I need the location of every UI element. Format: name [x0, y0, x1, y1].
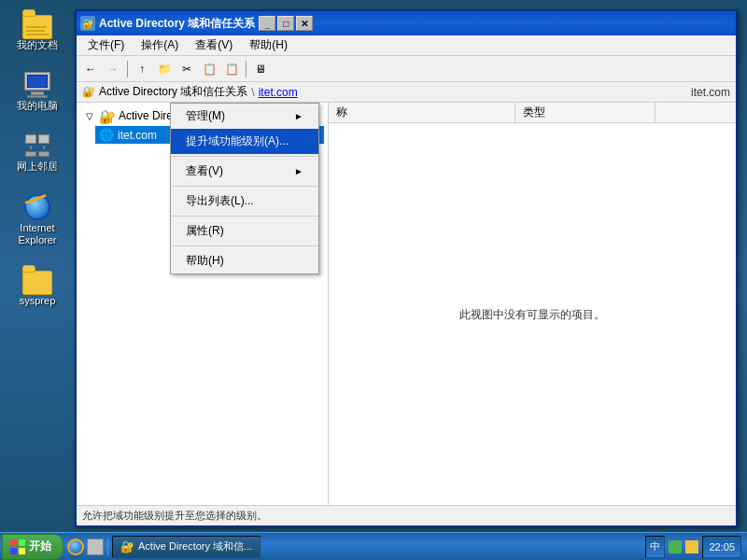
taskbar-active-item[interactable]: 🔐 Active Directory 域和信...	[112, 536, 261, 558]
ql-desktop-button[interactable]	[87, 539, 104, 555]
network-label: 网上邻居	[17, 161, 58, 173]
ctx-sep1	[171, 156, 318, 157]
menu-help[interactable]: 帮助(H)	[242, 35, 295, 55]
close-button[interactable]: ✕	[296, 16, 313, 31]
start-label: 开始	[29, 539, 51, 554]
sysprep-label: sysprep	[20, 295, 56, 307]
copy-btn[interactable]: 📋	[199, 59, 219, 79]
ctx-export[interactable]: 导出列表(L)...	[171, 189, 318, 214]
context-menu: 管理(M) ► 提升域功能级别(A)... 查看(V) ► 导出列表(L)...…	[170, 103, 319, 274]
taskbar: 开始 🔐 Active Directory 域和信... 中 22:05	[0, 532, 747, 560]
col-name: 称	[329, 103, 515, 122]
toolbar-sep1	[127, 61, 128, 77]
ctx-manage-arrow: ►	[294, 111, 303, 121]
status-text: 允许把域功能级别提升至您选择的级别。	[82, 509, 267, 523]
taskbar-item-icon: 🔐	[120, 540, 134, 553]
breadcrumb-separator: \	[251, 86, 254, 99]
right-panel: 称 类型 此视图中没有可显示的项目。	[329, 103, 736, 525]
forward-button[interactable]: →	[103, 59, 123, 79]
taskbar-item-label: Active Directory 域和信...	[138, 539, 252, 553]
breadcrumb-root-icon: 🔐	[82, 86, 95, 98]
start-icon	[10, 539, 25, 554]
breadcrumb-domain: itet.com	[691, 86, 730, 99]
ctx-properties[interactable]: 属性(R)	[171, 218, 318, 244]
status-bar: 允许把域功能级别提升至您选择的级别。	[77, 505, 736, 525]
toolbar: ← → ↑ 📁 ✂ 📋 📋 🖥	[77, 56, 736, 82]
lang-text: 中	[650, 539, 660, 553]
desktop-icons: 我的文档 我的电脑	[7, 9, 67, 307]
delete-btn[interactable]: 🖥	[250, 59, 271, 79]
minimize-button[interactable]: _	[259, 16, 275, 31]
ie-label: InternetExplorer	[19, 222, 57, 246]
menu-file[interactable]: 文件(F)	[80, 35, 132, 55]
up-button[interactable]: ↑	[132, 59, 152, 79]
my-documents-icon[interactable]: 我的文档	[7, 9, 67, 51]
start-button[interactable]: 开始	[2, 534, 63, 560]
ctx-help[interactable]: 帮助(H)	[171, 248, 318, 273]
window-title: Active Directory 域和信任关系	[99, 16, 255, 32]
ie-icon[interactable]: InternetExplorer	[7, 192, 67, 246]
main-window: 🔐 Active Directory 域和信任关系 _ □ ✕ 文件(F) 操作…	[75, 9, 738, 527]
menu-action[interactable]: 操作(A)	[134, 35, 186, 55]
tray-clock[interactable]: 22:05	[702, 536, 741, 558]
ctx-raise-domain[interactable]: 提升域功能级别(A)...	[171, 129, 318, 154]
folder-btn[interactable]: 📁	[154, 59, 175, 79]
ctx-view[interactable]: 查看(V) ►	[171, 159, 318, 184]
breadcrumb: 🔐 Active Directory 域和信任关系 \ itet.com ite…	[77, 82, 736, 103]
ctx-sep2	[171, 186, 318, 187]
tree-expand-root: ▽	[84, 111, 95, 121]
breadcrumb-selected: itet.com	[259, 86, 298, 99]
ctx-manage[interactable]: 管理(M) ►	[171, 104, 318, 129]
tree-domain-icon: 🌐	[99, 128, 114, 142]
tree-domain-label: itet.com	[118, 129, 157, 142]
ctx-sep3	[171, 216, 318, 217]
quick-launch-bar	[67, 539, 108, 555]
move-btn[interactable]: ✂	[176, 59, 197, 79]
right-panel-header: 称 类型	[329, 103, 736, 123]
titlebar: 🔐 Active Directory 域和信任关系 _ □ ✕	[77, 11, 736, 35]
back-button[interactable]: ←	[80, 59, 101, 79]
menu-view[interactable]: 查看(V)	[188, 35, 240, 55]
ctx-view-arrow: ►	[294, 166, 303, 176]
network-icon[interactable]: 网上邻居	[7, 131, 67, 173]
taskbar-items: 🔐 Active Directory 域和信...	[112, 536, 645, 558]
my-computer-icon[interactable]: 我的电脑	[7, 70, 67, 112]
no-items-message: 此视图中没有可显示的项目。	[459, 306, 605, 322]
my-computer-label: 我的电脑	[17, 100, 58, 112]
desktop: 我的文档 我的电脑	[0, 0, 747, 560]
ctx-sep4	[171, 245, 318, 246]
tray-audio-icon[interactable]	[685, 540, 698, 553]
breadcrumb-root: Active Directory 域和信任关系	[99, 84, 247, 100]
menubar: 文件(F) 操作(A) 查看(V) 帮助(H)	[77, 35, 736, 56]
tray-network-icon[interactable]	[669, 540, 682, 553]
toolbar-sep2	[246, 61, 247, 77]
sysprep-icon[interactable]: sysprep	[7, 265, 67, 307]
taskbar-right: 中 22:05	[645, 536, 741, 558]
title-icon: 🔐	[80, 16, 95, 31]
window-controls: _ □ ✕	[259, 16, 313, 31]
my-documents-label: 我的文档	[17, 39, 58, 51]
paste-btn[interactable]: 📋	[221, 59, 242, 79]
clock-text: 22:05	[709, 541, 735, 553]
col-type: 类型	[515, 103, 655, 122]
tray-lang[interactable]: 中	[645, 536, 665, 558]
maximize-button[interactable]: □	[277, 16, 294, 31]
ql-ie-button[interactable]	[67, 539, 84, 555]
tree-root-icon: 🔐	[99, 109, 115, 124]
